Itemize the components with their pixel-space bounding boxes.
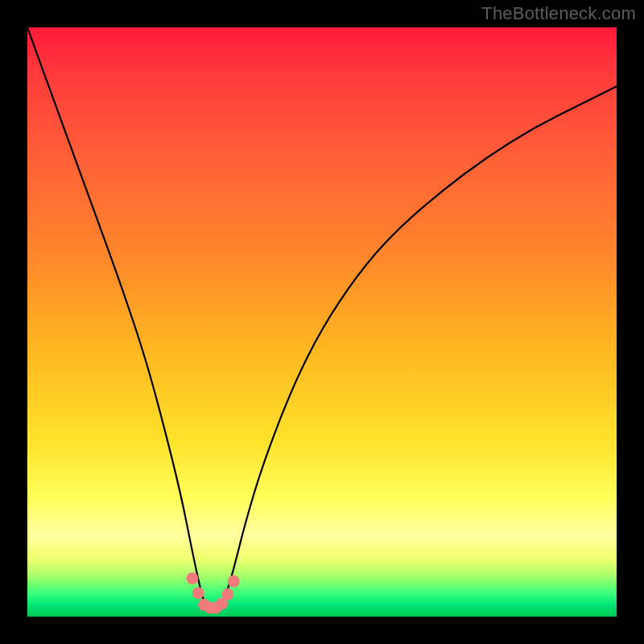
highlight-dot xyxy=(192,587,204,599)
chart-frame: TheBottleneck.com xyxy=(0,0,644,644)
plot-area xyxy=(27,27,617,617)
highlight-dot xyxy=(186,572,198,584)
highlight-dots-group xyxy=(186,572,239,614)
chart-svg xyxy=(27,27,617,617)
bottleneck-curve xyxy=(27,27,617,611)
highlight-dot xyxy=(228,576,240,588)
highlight-dot xyxy=(221,588,233,601)
watermark-text: TheBottleneck.com xyxy=(481,3,636,24)
